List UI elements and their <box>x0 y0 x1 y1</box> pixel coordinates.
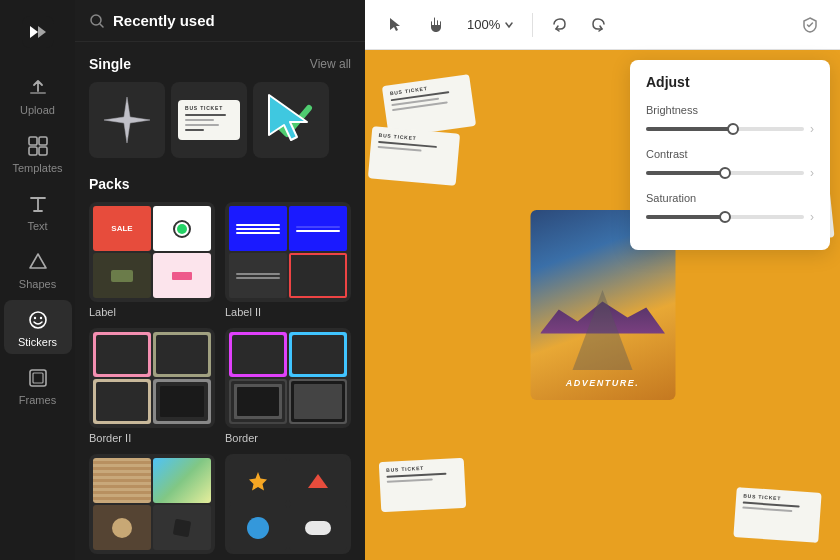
shapes-label: Shapes <box>19 278 56 290</box>
packs-grid: SALE Label <box>89 202 351 560</box>
sidebar-item-upload[interactable]: Upload <box>4 68 72 122</box>
templates-icon <box>26 134 50 158</box>
svg-rect-3 <box>39 137 47 145</box>
left-sidebar: Upload Templates Text Shapes <box>0 0 75 560</box>
sidebar-item-text[interactable]: Text <box>4 184 72 238</box>
svg-marker-14 <box>308 474 328 488</box>
contrast-slider-wrap: › <box>646 166 814 180</box>
upload-icon <box>26 76 50 100</box>
brightness-slider-wrap: › <box>646 122 814 136</box>
templates-label: Templates <box>12 162 62 174</box>
main-canvas-area: 100% BUS T <box>365 0 840 560</box>
pack-label-name: Label <box>89 306 215 318</box>
sticker-item-ticket[interactable]: BUS TICKET <box>171 82 247 158</box>
search-icon <box>89 13 105 29</box>
brightness-label: Brightness <box>646 104 814 116</box>
toolbar-divider <box>532 13 533 37</box>
view-all-single[interactable]: View all <box>310 57 351 71</box>
single-section-header: Single View all <box>89 56 351 72</box>
ticket-6: BUS TICKET <box>733 487 821 543</box>
frames-label: Frames <box>19 394 56 406</box>
pack-item-border[interactable]: Border <box>225 328 351 444</box>
shapes-icon <box>26 250 50 274</box>
redo-button[interactable] <box>585 11 613 39</box>
ticket-2: BUS TICKET <box>368 126 460 185</box>
pack-border-name: Border <box>225 432 351 444</box>
pack-item-background[interactable]: Background <box>89 454 215 560</box>
text-label: Text <box>27 220 47 232</box>
packs-section-header: Packs <box>89 176 351 192</box>
ticket-5: BUS TICKET <box>379 458 467 512</box>
select-tool-button[interactable] <box>381 11 409 39</box>
zoom-control[interactable]: 100% <box>461 13 520 36</box>
svg-marker-15 <box>390 18 400 31</box>
single-stickers-row: BUS TICKET <box>89 82 351 158</box>
contrast-control: Contrast › <box>646 148 814 180</box>
svg-point-8 <box>39 317 41 319</box>
search-bar[interactable]: Recently used <box>75 0 365 42</box>
sidebar-item-templates[interactable]: Templates <box>4 126 72 180</box>
pack-item-shape[interactable]: Shape <box>225 454 351 560</box>
app-logo <box>18 12 58 52</box>
packs-title: Packs <box>89 176 129 192</box>
sidebar-item-frames[interactable]: Frames <box>4 358 72 412</box>
adjust-title: Adjust <box>646 74 814 90</box>
svg-rect-1 <box>30 92 46 94</box>
search-label: Recently used <box>113 12 215 29</box>
sidebar-item-stickers[interactable]: Stickers <box>4 300 72 354</box>
single-title: Single <box>89 56 131 72</box>
frames-icon <box>26 366 50 390</box>
shield-button[interactable] <box>796 11 824 39</box>
contrast-label: Contrast <box>646 148 814 160</box>
saturation-extend: › <box>810 210 814 224</box>
contrast-extend: › <box>810 166 814 180</box>
pack-item-label[interactable]: SALE Label <box>89 202 215 318</box>
brightness-control: Brightness › <box>646 104 814 136</box>
brightness-track[interactable] <box>646 127 804 131</box>
zoom-value: 100% <box>467 17 500 32</box>
svg-rect-10 <box>33 373 43 383</box>
top-toolbar: 100% <box>365 0 840 50</box>
hand-tool-button[interactable] <box>421 11 449 39</box>
saturation-track[interactable] <box>646 215 804 219</box>
contrast-track[interactable] <box>646 171 804 175</box>
svg-point-6 <box>30 312 46 328</box>
stickers-label: Stickers <box>18 336 57 348</box>
svg-rect-5 <box>39 147 47 155</box>
svg-rect-2 <box>29 137 37 145</box>
saturation-slider-wrap: › <box>646 210 814 224</box>
saturation-label: Saturation <box>646 192 814 204</box>
stickers-icon <box>26 308 50 332</box>
panel-content: Single View all BUS TICKET <box>75 42 365 560</box>
pack-label2-name: Label II <box>225 306 351 318</box>
saturation-control: Saturation › <box>646 192 814 224</box>
upload-label: Upload <box>20 104 55 116</box>
text-icon <box>26 192 50 216</box>
svg-marker-13 <box>249 472 267 491</box>
svg-rect-4 <box>29 147 37 155</box>
undo-button[interactable] <box>545 11 573 39</box>
brightness-extend: › <box>810 122 814 136</box>
pack-item-border2[interactable]: Border II <box>89 328 215 444</box>
pack-item-label2[interactable]: Label II <box>225 202 351 318</box>
sticker-item-check[interactable] <box>253 82 329 158</box>
svg-point-7 <box>33 317 35 319</box>
sticker-item-star[interactable] <box>89 82 165 158</box>
pack-border2-name: Border II <box>89 432 215 444</box>
adjust-panel: Adjust Brightness › Contrast › <box>630 60 830 250</box>
sidebar-item-shapes[interactable]: Shapes <box>4 242 72 296</box>
stickers-panel: Recently used Single View all BUS TICKET <box>75 0 365 560</box>
